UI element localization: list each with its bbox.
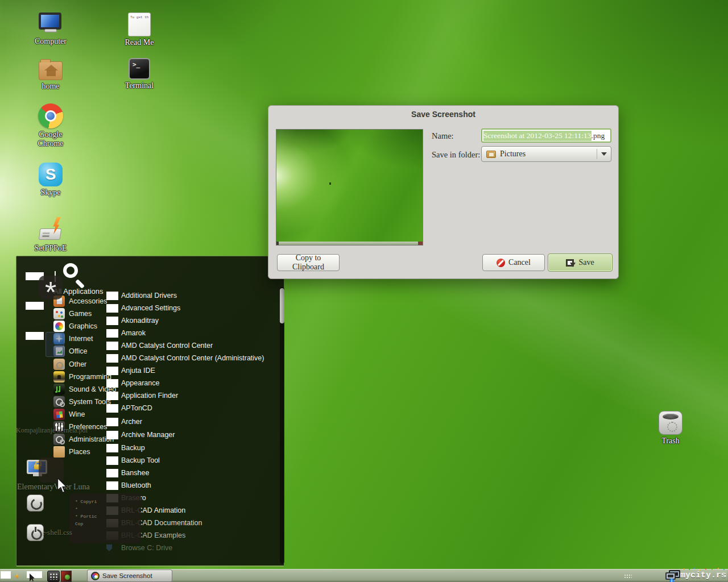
places-icon [53,446,65,458]
menu-app-item[interactable]: BRL-CAD Documentation [106,517,202,529]
category-label: Games [69,310,92,318]
watermark-text: mycity.rs [680,571,726,580]
menu-category-games[interactable]: Games [53,307,92,320]
menu-category-administration[interactable]: Administration [53,433,114,446]
modem-icon [38,217,63,242]
mouse-cursor [57,478,68,496]
app-icon [106,329,118,338]
copy-to-clipboard-button[interactable]: Copy to Clipboard [277,254,340,271]
wine-icon [53,409,65,420]
app-icon [106,519,118,527]
menu-app-item[interactable]: Backup Tool [106,455,160,466]
desktop-icon-terminal[interactable]: >_ Terminal [116,58,163,90]
menu-app-item[interactable]: AMD Catalyst Control Center [106,340,213,351]
image-launcher-icon[interactable] [61,571,72,582]
menu-app-item[interactable]: Bluetooth [106,480,151,491]
lock-screen-button[interactable] [27,460,48,478]
app-label: Archive Manager [121,431,175,439]
menu-app-item[interactable]: Amarok [106,327,146,339]
desktop-icon-trash[interactable]: Trash [647,411,694,446]
desktop-icon-google-chrome[interactable]: Google Chrome [27,103,74,148]
system-tools-icon [53,396,65,408]
skype-icon: S [39,163,63,186]
sound-video-icon [53,384,65,395]
power-icon [27,524,44,541]
launcher-icon[interactable] [14,573,20,579]
app-icon [106,456,118,465]
screenshot-preview [276,129,423,246]
menu-category-preferences[interactable]: Preferences [53,421,107,433]
scrollbar-thumb[interactable] [280,288,284,323]
menu-category-system-tools[interactable]: System Tools [53,396,111,408]
desktop-icon-setpppoe[interactable]: SetPPPoE [27,217,74,253]
filename-input[interactable]: Screenshot at 2012-03-25 12:11:13.png [481,128,611,143]
menu-app-item[interactable]: AMD Catalyst Control Center (Administrat… [106,352,264,364]
menu-app-item[interactable]: Appearance [106,377,159,389]
menu-app-item[interactable]: Backup [106,442,145,454]
menu-category-graphics[interactable]: Graphics [53,320,97,332]
readme-snippet-text: To get th [130,15,148,19]
save-screenshot-dialog: Save Screenshot Name: Screenshot at 2012… [268,105,619,279]
menu-app-item[interactable]: Archive Manager [106,429,175,440]
menu-category-all-applications[interactable]: All Applications [53,287,103,296]
search-text-cursor [55,271,56,282]
desktop-icon-skype[interactable]: S Skype [27,163,74,197]
menu-app-item[interactable]: BRL-CAD Animation [106,505,185,516]
app-icon [106,494,118,502]
menu-app-item[interactable]: Archer [106,416,142,427]
desktop-icon-home[interactable]: home [27,57,74,91]
menu-app-item[interactable]: Additional Drivers [106,290,177,301]
menu-category-programming[interactable]: Programming [53,371,111,383]
cancel-button[interactable]: Cancel [482,254,545,271]
menu-app-item[interactable]: Application Finder [106,390,178,401]
desktop-icon-readme[interactable]: To get th Read Me [116,13,163,47]
menu-category-office[interactable]: Office [53,345,87,357]
games-icon [53,308,65,319]
menu-button[interactable] [1,571,11,579]
office-icon [53,346,65,357]
menu-app-item[interactable]: Akonaditray [106,315,159,326]
menu-favorite-placeholder[interactable] [26,332,44,340]
category-label: Other [69,360,86,368]
calculator-launcher-icon[interactable] [47,571,60,582]
display-network-tray-icon[interactable]: i [664,570,681,582]
programming-icon [53,371,65,383]
app-label: Archer [121,418,142,426]
launcher-placeholder[interactable] [27,571,42,578]
logout-button[interactable] [27,494,44,512]
button-label: Copy to Clipboard [281,253,336,272]
menu-app-item[interactable]: Brasero [106,492,146,504]
menu-category-accessories[interactable]: Accessories [53,295,107,307]
app-label: Anjuta IDE [121,367,155,375]
app-label: Appearance [121,379,159,387]
menu-favorite-placeholder[interactable] [26,272,44,280]
menu-category-internet[interactable]: Internet [53,332,93,345]
menu-app-item[interactable]: APTonCD [106,402,152,414]
menu-category-other[interactable]: Other [53,358,86,371]
category-label: Internet [69,335,93,343]
menu-app-item[interactable]: Advanced Settings [106,302,180,314]
menu-category-wine[interactable]: Wine [53,408,85,421]
task-button-save-screenshot[interactable]: Save Screenshot [87,569,172,582]
menu-app-item[interactable]: Anjuta IDE [106,365,155,376]
save-button[interactable]: Save [548,253,613,272]
desktop-icon-label: Read Me [116,38,163,47]
search-icon[interactable] [62,262,87,288]
dialog-title: Save Screenshot [268,110,618,119]
app-label: Additional Drivers [121,292,177,300]
lock-screen-icon [27,460,48,478]
document-icon: To get th [128,13,151,36]
other-icon [53,359,65,370]
chrome-icon [38,103,63,128]
folder-dropdown[interactable]: Pictures [481,146,611,162]
menu-favorite-placeholder[interactable] [26,302,44,310]
app-icon [106,404,118,413]
menu-category-places[interactable]: Places [53,446,90,458]
menu-app-item[interactable]: Banshee [106,467,149,479]
app-list-scrollbar[interactable] [280,287,284,564]
menu-app-item[interactable]: BRL-CAD Examples [106,530,185,541]
menu-app-item[interactable]: Browse C: Drive [106,542,172,554]
task-button-label: Save Screenshot [102,572,152,579]
quit-button[interactable] [27,524,44,541]
desktop-icon-computer[interactable]: Computer [27,13,74,46]
